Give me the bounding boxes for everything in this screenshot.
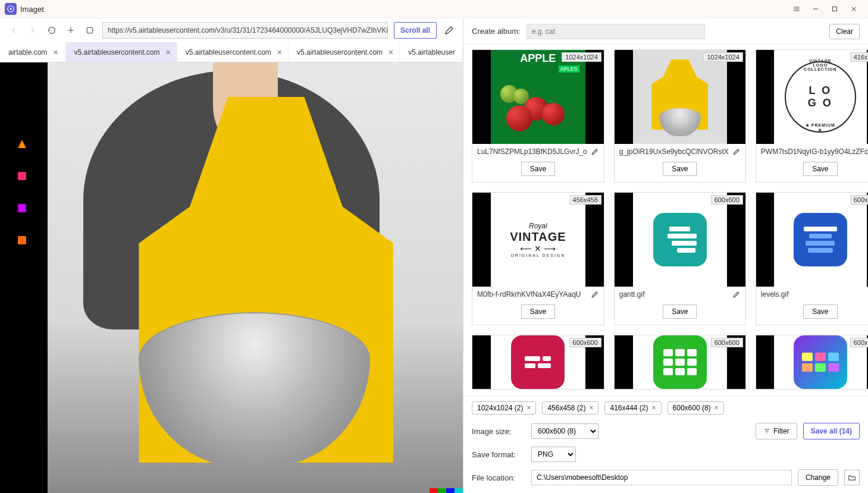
scroll-all-button[interactable]: Scroll all — [394, 22, 437, 39]
dimension-badge: 1024x1024 — [703, 52, 742, 62]
image-size-label: Image size: — [472, 427, 525, 436]
close-icon[interactable]: × — [277, 48, 282, 57]
save-image-button[interactable]: Save — [663, 162, 697, 176]
close-icon[interactable]: × — [166, 48, 171, 57]
remove-icon[interactable]: × — [527, 404, 531, 412]
site-info-icon[interactable] — [83, 24, 96, 37]
reload-button[interactable] — [45, 24, 58, 37]
image-card[interactable]: 600x600levels.gifSave — [756, 192, 868, 325]
close-icon[interactable]: × — [53, 48, 58, 57]
tab-0[interactable]: airtable.com× — [0, 42, 66, 62]
image-card[interactable]: L OG OVINTAGE LOGO COLLECTION★ PREMIUM ★… — [756, 49, 868, 183]
new-tab-button[interactable] — [64, 24, 77, 37]
image-filename: levels.gif — [761, 290, 868, 299]
image-thumbnail[interactable]: 1024x1024 — [615, 50, 745, 144]
save-image-button[interactable]: Save — [663, 304, 697, 319]
image-size-row: Image size: 600x600 (8) Filter Save all … — [463, 419, 868, 443]
close-window-button[interactable] — [844, 1, 863, 17]
image-thumbnail[interactable]: 600x600 — [756, 193, 868, 287]
edit-icon[interactable] — [591, 147, 599, 156]
url-input[interactable]: https://v5.airtableusercontent.com/v3/u/… — [102, 22, 388, 39]
clear-button[interactable]: Clear — [829, 24, 860, 39]
change-location-button[interactable]: Change — [798, 469, 838, 486]
dimension-badge: 600x600 — [569, 338, 601, 347]
save-image-button[interactable]: Save — [521, 304, 555, 319]
image-filename: g_jpOiR19UxSe9ybcQClNVORstX — [619, 147, 729, 156]
save-format-select[interactable]: PNG — [531, 447, 576, 462]
edit-icon[interactable] — [732, 147, 741, 156]
create-album-label: Create album: — [472, 27, 521, 36]
dimension-badge: 600x600 — [850, 338, 868, 347]
file-location-input[interactable] — [531, 470, 792, 485]
svg-rect-6 — [833, 7, 837, 11]
tab-4[interactable]: v5.airtableuser — [400, 42, 463, 62]
back-button[interactable] — [7, 24, 20, 37]
save-image-button[interactable]: Save — [803, 162, 837, 176]
image-viewer[interactable] — [0, 62, 463, 493]
hamburger-icon[interactable] — [787, 1, 806, 17]
save-image-button[interactable]: Save — [803, 304, 837, 319]
size-chip[interactable]: 600x600 (8)× — [668, 401, 724, 415]
image-thumbnail[interactable]: L OG OVINTAGE LOGO COLLECTION★ PREMIUM ★… — [756, 50, 868, 144]
image-thumbnail[interactable]: 600x600 — [615, 193, 745, 287]
svg-rect-11 — [87, 27, 92, 33]
filter-button[interactable]: Filter — [756, 423, 797, 439]
file-location-row: File location: Change — [463, 466, 868, 493]
tab-label: v5.airtableuser — [408, 48, 455, 56]
image-thumbnail[interactable]: 600x600 — [472, 335, 604, 389]
image-thumbnail[interactable]: 600x600 — [756, 335, 868, 389]
image-card[interactable]: 600x600 — [472, 335, 604, 390]
image-thumbnail[interactable]: 600x600 — [615, 335, 745, 389]
file-location-label: File location: — [472, 473, 525, 482]
app-title: Imaget — [20, 5, 44, 14]
image-card[interactable]: 600x600gantt.gifSave — [614, 192, 746, 325]
album-name-input[interactable] — [527, 24, 705, 39]
remove-icon[interactable]: × — [715, 404, 719, 412]
image-filename: LuL7NfSZPMLp13BfKD5JLGvrJ_o — [477, 147, 587, 156]
size-chip[interactable]: 456x458 (2)× — [542, 401, 598, 415]
dimension-badge: 456x458 — [569, 195, 601, 205]
open-folder-button[interactable] — [844, 470, 860, 485]
size-chip[interactable]: 1024x1024 (2)× — [472, 401, 536, 415]
tab-1[interactable]: v5.airtableusercontent.com× — [66, 42, 177, 62]
size-chip[interactable]: 416x444 (2)× — [604, 401, 661, 415]
forward-button[interactable] — [26, 24, 39, 37]
dimension-badge: 600x600 — [711, 195, 743, 205]
image-size-select[interactable]: 600x600 (8) — [531, 423, 598, 439]
image-filename: gantt.gif — [619, 290, 729, 299]
tab-3[interactable]: v5.airtableusercontent.com× — [289, 42, 400, 62]
dimension-badge: 416x444 — [850, 52, 868, 62]
picker-icon[interactable] — [443, 24, 456, 37]
close-icon[interactable]: × — [388, 48, 393, 57]
dimension-badge: 1024x1024 — [562, 52, 601, 62]
size-filter-chips: 1024x1024 (2)× 456x458 (2)× 416x444 (2)×… — [463, 396, 868, 419]
album-bar: Create album: Clear — [463, 18, 868, 45]
minimize-button[interactable] — [806, 1, 825, 17]
save-all-button[interactable]: Save all (14) — [803, 423, 860, 439]
title-bar: Imaget — [0, 0, 868, 18]
tab-2[interactable]: v5.airtableusercontent.com× — [177, 42, 289, 62]
remove-icon[interactable]: × — [652, 404, 656, 412]
remove-icon[interactable]: × — [589, 404, 593, 412]
image-thumbnail[interactable]: RoyalVINTAGE⟵ ✕ ⟶ORIGINAL DESIGN456x458 — [472, 193, 604, 287]
browser-toolbar: https://v5.airtableusercontent.com/v3/u/… — [0, 18, 463, 42]
image-filename: PWM7tsD1NqyIG-b1yy9O4LzZFc — [761, 147, 868, 156]
save-image-button[interactable]: Save — [521, 162, 555, 176]
image-card[interactable]: RoyalVINTAGE⟵ ✕ ⟶ORIGINAL DESIGN456x458M… — [472, 192, 604, 325]
image-card[interactable]: 1024x1024g_jpOiR19UxSe9ybcQClNVORstXSave — [614, 49, 746, 183]
image-card[interactable]: APPLEAPLES1024x1024LuL7NfSZPMLp13BfKD5JL… — [472, 49, 604, 183]
results-pane: Create album: Clear APPLEAPLES1024x1024L… — [463, 18, 868, 493]
edit-icon[interactable] — [732, 290, 741, 299]
image-filename: M0fb-f-rdRkrhKVfNaX4EyYAaqU — [477, 290, 587, 299]
dimension-badge: 600x600 — [711, 338, 743, 347]
image-thumbnail[interactable]: APPLEAPLES1024x1024 — [472, 50, 604, 144]
app-logo-icon — [5, 3, 17, 15]
image-grid-scroll[interactable]: APPLEAPLES1024x1024LuL7NfSZPMLp13BfKD5JL… — [463, 45, 868, 396]
image-card[interactable]: 600x600 — [756, 335, 868, 390]
maximize-button[interactable] — [825, 1, 844, 17]
tab-strip: airtable.com× v5.airtableusercontent.com… — [0, 42, 463, 62]
tab-label: v5.airtableusercontent.com — [74, 48, 160, 56]
image-card[interactable]: 600x600 — [614, 335, 746, 390]
edit-icon[interactable] — [591, 290, 599, 299]
save-format-row: Save format: PNG — [463, 443, 868, 466]
